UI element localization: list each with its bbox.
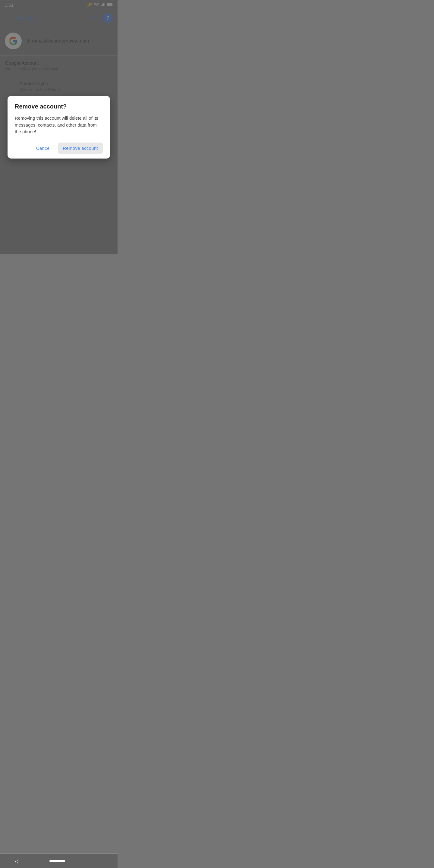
dialog-title: Remove account? xyxy=(15,103,103,110)
dialog-overlay: Remove account? Removing this account wi… xyxy=(0,0,118,254)
dialog-message: Removing this account will delete all of… xyxy=(15,115,103,135)
remove-account-button[interactable]: Remove account xyxy=(58,143,103,154)
cancel-button[interactable]: Cancel xyxy=(31,143,56,154)
dialog-actions: Cancel Remove account xyxy=(15,143,103,154)
remove-account-dialog: Remove account? Removing this account wi… xyxy=(7,96,110,158)
